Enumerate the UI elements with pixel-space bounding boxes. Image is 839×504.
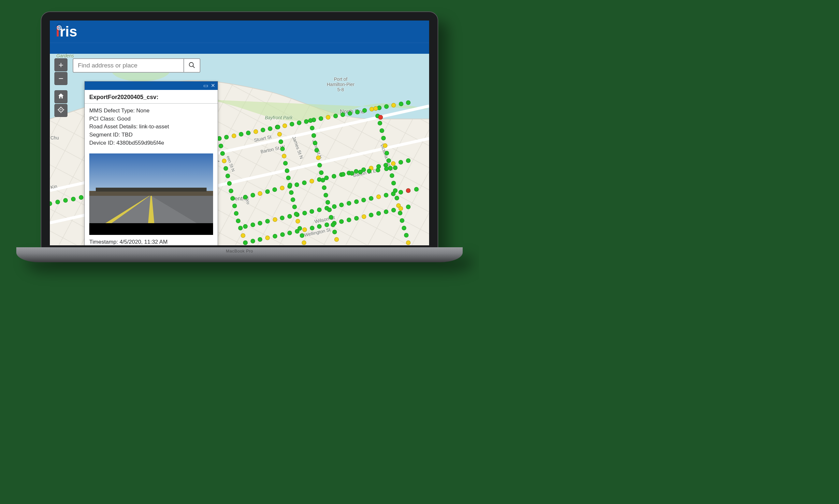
survey-dot[interactable] bbox=[273, 234, 277, 238]
close-icon[interactable]: ✕ bbox=[211, 83, 215, 88]
survey-dot[interactable] bbox=[302, 240, 306, 245]
survey-dot[interactable] bbox=[379, 128, 384, 133]
survey-dot[interactable] bbox=[362, 214, 366, 219]
survey-dot[interactable] bbox=[350, 171, 354, 176]
survey-dot[interactable] bbox=[276, 125, 280, 129]
survey-dot[interactable] bbox=[279, 140, 283, 144]
survey-dot[interactable] bbox=[268, 126, 272, 131]
survey-dot[interactable] bbox=[402, 226, 406, 230]
survey-dot[interactable] bbox=[387, 158, 391, 163]
survey-dot[interactable] bbox=[251, 193, 255, 197]
survey-dot[interactable] bbox=[261, 128, 265, 132]
survey-dot[interactable] bbox=[414, 187, 419, 192]
survey-dot[interactable] bbox=[324, 222, 329, 227]
survey-dot[interactable] bbox=[367, 169, 372, 173]
survey-dot[interactable] bbox=[282, 154, 286, 158]
survey-dot[interactable] bbox=[251, 239, 255, 244]
survey-dot[interactable] bbox=[311, 133, 316, 138]
survey-dot[interactable] bbox=[391, 208, 396, 212]
survey-dot[interactable] bbox=[390, 173, 394, 178]
survey-dot[interactable] bbox=[355, 110, 360, 114]
survey-dot[interactable] bbox=[391, 192, 395, 196]
survey-dot[interactable] bbox=[347, 201, 351, 205]
survey-dot[interactable] bbox=[241, 233, 245, 238]
survey-dot[interactable] bbox=[354, 216, 359, 220]
survey-dot[interactable] bbox=[384, 210, 388, 214]
survey-dot[interactable] bbox=[404, 233, 409, 237]
survey-dot[interactable] bbox=[226, 174, 230, 178]
survey-dot[interactable] bbox=[378, 115, 383, 120]
survey-dot[interactable] bbox=[79, 195, 84, 200]
survey-dot[interactable] bbox=[317, 208, 322, 212]
survey-dot[interactable] bbox=[310, 126, 315, 130]
search-input[interactable] bbox=[73, 58, 183, 73]
survey-dot[interactable] bbox=[334, 237, 339, 242]
survey-dot[interactable] bbox=[288, 183, 292, 187]
survey-dot[interactable] bbox=[258, 221, 262, 226]
survey-dot[interactable] bbox=[243, 224, 248, 229]
survey-dot[interactable] bbox=[406, 240, 411, 245]
survey-dot[interactable] bbox=[227, 181, 232, 186]
survey-dot[interactable] bbox=[398, 160, 403, 164]
locate-button[interactable] bbox=[54, 104, 68, 117]
survey-dot[interactable] bbox=[280, 147, 285, 151]
survey-dot[interactable] bbox=[399, 102, 404, 106]
survey-dot[interactable] bbox=[253, 129, 258, 134]
survey-dot[interactable] bbox=[302, 211, 307, 215]
survey-dot[interactable] bbox=[277, 132, 282, 137]
survey-dot[interactable] bbox=[406, 100, 411, 105]
survey-dot[interactable] bbox=[321, 178, 325, 182]
survey-dot[interactable] bbox=[251, 222, 255, 227]
survey-dot[interactable] bbox=[376, 168, 380, 172]
survey-dot[interactable] bbox=[265, 189, 270, 194]
survey-dot[interactable] bbox=[384, 104, 389, 109]
survey-dot[interactable] bbox=[229, 188, 233, 193]
survey-dot[interactable] bbox=[398, 190, 403, 195]
survey-dot[interactable] bbox=[327, 208, 332, 212]
survey-dot[interactable] bbox=[406, 158, 411, 163]
survey-dot[interactable] bbox=[376, 211, 381, 216]
survey-dot[interactable] bbox=[310, 226, 315, 230]
survey-dot[interactable] bbox=[232, 204, 237, 208]
survey-dot[interactable] bbox=[236, 219, 240, 223]
survey-dot[interactable] bbox=[302, 228, 307, 232]
survey-dot[interactable] bbox=[280, 232, 285, 237]
search-button[interactable] bbox=[183, 58, 200, 73]
survey-dot[interactable] bbox=[406, 204, 411, 209]
maximize-icon[interactable]: ▭ bbox=[203, 83, 208, 88]
survey-dot[interactable] bbox=[258, 191, 262, 196]
survey-dot[interactable] bbox=[333, 114, 338, 118]
survey-dot[interactable] bbox=[373, 106, 378, 111]
popup-titlebar[interactable]: ▭ ✕ bbox=[85, 82, 218, 90]
survey-dot[interactable] bbox=[232, 133, 236, 138]
survey-dot[interactable] bbox=[329, 215, 333, 220]
survey-dot[interactable] bbox=[297, 121, 301, 125]
survey-dot[interactable] bbox=[378, 121, 382, 125]
survey-dot[interactable] bbox=[273, 217, 277, 222]
survey-dot[interactable] bbox=[376, 195, 381, 199]
survey-dot[interactable] bbox=[325, 200, 330, 204]
survey-dot[interactable] bbox=[243, 240, 248, 245]
survey-dot[interactable] bbox=[391, 181, 396, 185]
survey-dot[interactable] bbox=[289, 190, 293, 195]
survey-dot[interactable] bbox=[340, 112, 345, 117]
zoom-in-button[interactable]: + bbox=[54, 58, 68, 71]
survey-dot[interactable] bbox=[243, 195, 248, 199]
survey-dot[interactable] bbox=[393, 165, 397, 170]
map-canvas[interactable]: Gardens Port of Hamilton-Pier 5-8 Bayfro… bbox=[50, 54, 429, 245]
survey-dot[interactable] bbox=[294, 182, 299, 187]
survey-dot[interactable] bbox=[400, 218, 404, 223]
survey-dot[interactable] bbox=[406, 188, 411, 193]
survey-dot[interactable] bbox=[292, 204, 297, 209]
survey-dot[interactable] bbox=[291, 197, 295, 202]
survey-dot[interactable] bbox=[332, 204, 337, 209]
zoom-out-button[interactable]: − bbox=[54, 72, 68, 85]
survey-dot[interactable] bbox=[384, 193, 388, 197]
survey-dot[interactable] bbox=[331, 222, 335, 227]
survey-dot[interactable] bbox=[341, 172, 345, 177]
survey-dot[interactable] bbox=[354, 199, 359, 204]
survey-dot[interactable] bbox=[71, 197, 76, 201]
survey-dot[interactable] bbox=[300, 233, 304, 238]
home-button[interactable] bbox=[54, 90, 68, 103]
survey-dot[interactable] bbox=[285, 168, 289, 173]
